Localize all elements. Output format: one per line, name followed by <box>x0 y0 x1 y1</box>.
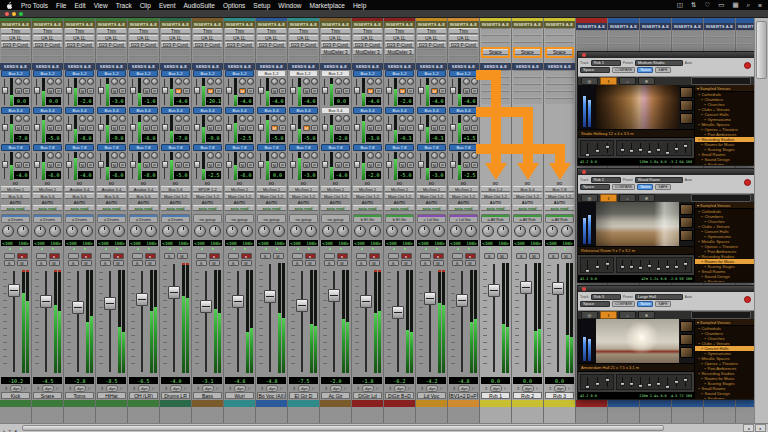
send-pan-knob-right[interactable] <box>343 78 350 85</box>
mute-button[interactable]: M <box>81 260 92 266</box>
send-pan-knob-left[interactable] <box>399 115 406 122</box>
automation-mode-selector[interactable]: auto read <box>129 205 158 211</box>
send-pan-knob-left[interactable] <box>175 152 182 159</box>
plugin-tab-1[interactable]: ‖ <box>600 194 617 202</box>
track-name[interactable]: DiGtr B+D <box>385 392 414 399</box>
send-c-assign[interactable]: Bus 7-8 <box>289 144 318 151</box>
send-mute-button[interactable]: M <box>207 88 214 94</box>
send-mute-button[interactable]: M <box>303 125 310 131</box>
plugin-fader[interactable] <box>683 377 688 387</box>
dyn-button[interactable]: dyn <box>138 385 150 392</box>
scroll-corner-icon-1[interactable]: ≡ <box>9 428 12 432</box>
input-path-selector[interactable]: Mic/Inst 2 <box>33 186 62 192</box>
send-mute-button[interactable]: M <box>239 88 246 94</box>
volume-fader-cap[interactable] <box>264 290 276 303</box>
send-a-assign[interactable]: Bus 1-2 <box>161 70 190 77</box>
plugin-fader-cap[interactable] <box>585 153 590 157</box>
track-name[interactable]: Drums LR <box>161 392 190 399</box>
send-pan-knob-left[interactable] <box>79 78 86 85</box>
clip-indicator[interactable] <box>22 270 25 272</box>
preset-selector[interactable]: Medium Studio <box>635 60 683 66</box>
send-fader-cap[interactable] <box>130 87 136 94</box>
insert-slot-a[interactable]: Trim <box>129 28 158 34</box>
menu-item-file[interactable]: File <box>56 2 66 9</box>
window-title-bar[interactable] <box>0 10 768 18</box>
insert-slot-b[interactable]: UA 1L <box>449 35 478 41</box>
minimize-window-button[interactable] <box>12 12 16 16</box>
send-fader-cap[interactable] <box>66 87 72 94</box>
send-b-assign[interactable]: Bus 3-4 <box>321 107 350 114</box>
group-assignment[interactable]: a Drums <box>1 214 30 223</box>
input-monitor-button[interactable] <box>4 253 15 259</box>
send-fader-cap[interactable] <box>258 161 264 168</box>
automation-mode-selector[interactable]: auto read <box>225 205 254 211</box>
group-assignment[interactable]: a Drums <box>129 214 158 223</box>
solo-button[interactable]: S <box>228 260 239 266</box>
send-pan-knob-right[interactable] <box>151 115 158 122</box>
send-fader-cap[interactable] <box>290 87 296 94</box>
plugin-fader-cap[interactable] <box>595 265 600 269</box>
send-mute-button[interactable]: M <box>463 88 470 94</box>
send-pan-knob-right[interactable] <box>215 78 222 85</box>
volume-fader-cap[interactable] <box>520 281 532 294</box>
dyn-button[interactable]: dyn <box>266 385 278 392</box>
send-pre-button[interactable]: P <box>119 125 126 131</box>
send-mute-button[interactable]: M <box>271 162 278 168</box>
insert-slot-d[interactable]: ModDelay 3 <box>321 49 350 55</box>
send-pre-button[interactable]: P <box>311 125 318 131</box>
output-path-selector[interactable]: Main Out 1-2 <box>449 193 478 199</box>
menu-item-view[interactable]: View <box>94 2 108 9</box>
track-name[interactable]: Rvb 3 <box>545 392 574 399</box>
plugin-fader-cap[interactable] <box>656 267 661 271</box>
pan-knob-left[interactable] <box>258 225 270 237</box>
nudge-icon[interactable]: ⇕ <box>261 386 264 391</box>
status-icon-3[interactable]: ▭ <box>718 1 724 9</box>
insert-slot-a[interactable]: Trim <box>449 28 478 34</box>
plugin-tab-3[interactable]: ✱ <box>638 311 655 319</box>
send-pan-knob-right[interactable] <box>215 152 222 159</box>
photo-thumb[interactable] <box>680 100 693 111</box>
send-pan-knob-right[interactable] <box>375 78 382 85</box>
send-pan-knob-right[interactable] <box>407 152 414 159</box>
nudge-icon[interactable]: ⇕ <box>197 386 200 391</box>
safe-button[interactable]: SAFE <box>655 184 670 190</box>
send-mute-button[interactable]: M <box>335 125 342 131</box>
horizontal-scrollbar-thumb[interactable] <box>22 425 664 431</box>
send-mute-button[interactable]: M <box>271 125 278 131</box>
insert-slot-b[interactable]: UA 1L <box>417 35 446 41</box>
send-pre-button[interactable]: P <box>55 88 62 94</box>
send-c-assign[interactable]: Bus 7-8 <box>321 144 350 151</box>
send-c-assign[interactable]: Bus 7-8 <box>129 144 158 151</box>
insert-slot-a[interactable]: Trim <box>65 28 94 34</box>
track-name[interactable]: Ld Voc <box>417 392 446 399</box>
send-b-assign[interactable]: Bus 3-4 <box>161 107 190 114</box>
send-pre-button[interactable]: P <box>471 125 478 131</box>
insert-slot-c[interactable]: D23 P-Cond <box>289 42 318 48</box>
automation-mode-selector[interactable]: auto read <box>161 205 190 211</box>
send-pan-knob-left[interactable] <box>207 78 214 85</box>
track-name[interactable]: Rvb 2 <box>513 392 542 399</box>
pan-knob-left[interactable] <box>34 225 46 237</box>
send-pre-button[interactable]: P <box>439 162 446 168</box>
group-assignment[interactable]: no group <box>225 214 254 223</box>
send-fader-cap[interactable] <box>418 124 424 131</box>
pan-knob-right[interactable] <box>305 225 317 237</box>
photo-thumb[interactable] <box>680 204 693 215</box>
plugin-fader-cap[interactable] <box>656 382 661 386</box>
send-pre-button[interactable]: P <box>407 125 414 131</box>
pan-knob-left[interactable] <box>418 225 430 237</box>
nudge-icon[interactable]: ⇕ <box>421 386 424 391</box>
insert-slot-c[interactable]: D23 P-Cond <box>321 42 350 48</box>
send-fader-cap[interactable] <box>34 124 40 131</box>
input-monitor-button[interactable] <box>36 253 47 259</box>
meter-path-icon[interactable]: ⊦ <box>472 386 474 391</box>
input-path-selector[interactable]: Bus 1-2 <box>481 186 510 192</box>
nudge-icon[interactable]: ⇕ <box>5 386 8 391</box>
photo-thumb[interactable] <box>680 321 693 332</box>
send-fader-cap[interactable] <box>194 124 200 131</box>
send-a-assign[interactable]: Bus 1-2 <box>321 70 350 77</box>
send-fader-cap[interactable] <box>226 124 232 131</box>
photo-thumb[interactable] <box>680 87 693 98</box>
safe-button[interactable]: SAFE <box>655 67 670 73</box>
nudge-icon[interactable]: ⇕ <box>549 386 552 391</box>
